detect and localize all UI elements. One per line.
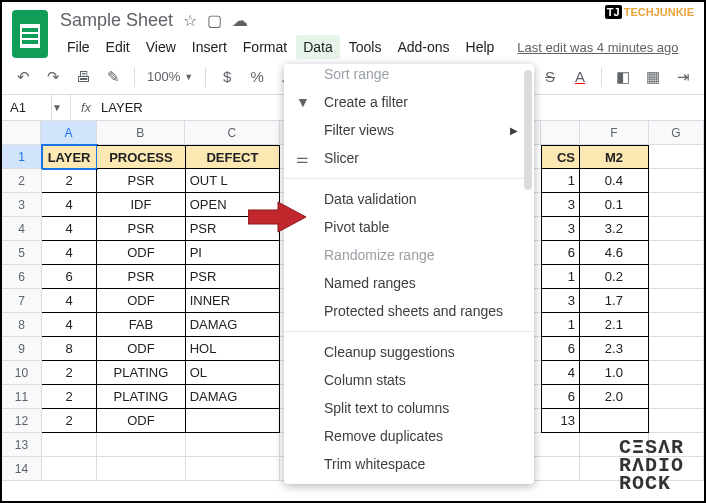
menu-item-slicer[interactable]: ⚌Slicer [284, 144, 534, 172]
cell[interactable] [649, 313, 704, 337]
cloud-saved-icon[interactable]: ☁ [232, 11, 248, 30]
cell[interactable]: DAMAG [186, 313, 280, 337]
cell[interactable]: M2 [580, 145, 649, 169]
cell[interactable] [649, 409, 704, 433]
cell[interactable] [649, 193, 704, 217]
cell[interactable]: 8 [42, 337, 97, 361]
cell[interactable]: 13 [541, 409, 580, 433]
row-header[interactable]: 11 [2, 385, 42, 409]
menu-item-trim-whitespace[interactable]: Trim whitespace [284, 450, 534, 478]
cell[interactable]: OL [186, 361, 280, 385]
menu-help[interactable]: Help [459, 35, 502, 59]
cell[interactable]: 2 [42, 169, 97, 193]
cell[interactable] [186, 457, 280, 481]
cell[interactable] [649, 169, 704, 193]
cell[interactable]: OUT L [186, 169, 280, 193]
currency-icon[interactable]: $ [214, 64, 240, 90]
move-icon[interactable]: ▢ [207, 11, 222, 30]
menu-item-pivot-table[interactable]: Pivot table [284, 213, 534, 241]
cell[interactable]: 6 [541, 337, 580, 361]
cell[interactable]: LAYER [42, 145, 97, 169]
cell[interactable] [541, 433, 580, 457]
menu-addons[interactable]: Add-ons [390, 35, 456, 59]
paint-format-icon[interactable]: ✎ [100, 64, 126, 90]
borders-icon[interactable]: ▦ [640, 64, 666, 90]
cell[interactable]: DEFECT [186, 145, 280, 169]
cell[interactable]: DAMAG [186, 385, 280, 409]
menu-item-data-validation[interactable]: Data validation [284, 185, 534, 213]
menu-item-create-a-filter[interactable]: ▼Create a filter [284, 88, 534, 116]
menu-item-named-ranges[interactable]: Named ranges [284, 269, 534, 297]
cell[interactable]: 0.1 [580, 193, 649, 217]
row-header[interactable]: 9 [2, 337, 42, 361]
cell[interactable] [186, 409, 280, 433]
last-edit-link[interactable]: Last edit was 4 minutes ago [517, 40, 678, 55]
menu-data[interactable]: Data [296, 35, 340, 59]
cell[interactable]: ODF [97, 409, 186, 433]
cell[interactable] [649, 217, 704, 241]
cell[interactable]: 6 [42, 265, 97, 289]
col-header-G[interactable]: G [649, 121, 704, 145]
cell[interactable]: 4 [541, 361, 580, 385]
cell[interactable]: PROCESS [97, 145, 186, 169]
cell[interactable] [97, 433, 186, 457]
cell[interactable]: PSR [97, 217, 186, 241]
menu-item-protected-sheets-and-ranges[interactable]: Protected sheets and ranges [284, 297, 534, 325]
col-header-B[interactable]: B [97, 121, 186, 145]
cell[interactable]: ODF [97, 337, 186, 361]
undo-icon[interactable]: ↶ [10, 64, 36, 90]
row-header[interactable]: 4 [2, 217, 42, 241]
cell[interactable]: 4 [42, 193, 97, 217]
cell[interactable]: FAB [97, 313, 186, 337]
cell[interactable]: PLATING [97, 385, 186, 409]
cell[interactable] [97, 457, 186, 481]
cell[interactable]: PSR [97, 265, 186, 289]
cell[interactable]: 1.7 [580, 289, 649, 313]
cell[interactable]: ODF [97, 289, 186, 313]
cell[interactable]: INNER [186, 289, 280, 313]
cell[interactable]: 1 [541, 169, 580, 193]
cell[interactable] [186, 433, 280, 457]
zoom-select[interactable]: 100%▼ [143, 69, 197, 84]
row-header[interactable]: 6 [2, 265, 42, 289]
menu-file[interactable]: File [60, 35, 97, 59]
row-header[interactable]: 5 [2, 241, 42, 265]
menu-format[interactable]: Format [236, 35, 294, 59]
menu-edit[interactable]: Edit [99, 35, 137, 59]
cell[interactable]: PI [186, 241, 280, 265]
cell[interactable]: PSR [186, 265, 280, 289]
row-header[interactable]: 10 [2, 361, 42, 385]
menu-item-cleanup-suggestions[interactable]: Cleanup suggestions [284, 338, 534, 366]
cell[interactable]: 0.4 [580, 169, 649, 193]
cell[interactable]: 2 [42, 385, 97, 409]
row-header[interactable]: 1 [2, 145, 42, 169]
star-icon[interactable]: ☆ [183, 11, 197, 30]
cell[interactable]: 1 [541, 265, 580, 289]
cell[interactable] [649, 265, 704, 289]
cell[interactable] [649, 145, 704, 169]
row-header[interactable]: 8 [2, 313, 42, 337]
text-color-icon[interactable]: A [567, 64, 593, 90]
cell[interactable]: 2.3 [580, 337, 649, 361]
cell[interactable]: ODF [97, 241, 186, 265]
cell[interactable]: 4 [42, 289, 97, 313]
row-header[interactable]: 3 [2, 193, 42, 217]
cell[interactable]: PLATING [97, 361, 186, 385]
menu-item-column-stats[interactable]: Column stats [284, 366, 534, 394]
sheets-logo-icon[interactable] [12, 10, 48, 58]
cell[interactable]: IDF [97, 193, 186, 217]
row-header[interactable]: 2 [2, 169, 42, 193]
document-title[interactable]: Sample Sheet [60, 10, 173, 31]
cell[interactable]: 6 [541, 385, 580, 409]
menu-tools[interactable]: Tools [342, 35, 389, 59]
cell[interactable] [541, 457, 580, 481]
select-all-corner[interactable] [2, 121, 41, 145]
cell[interactable] [42, 433, 97, 457]
cell[interactable] [42, 457, 97, 481]
cell[interactable]: 1 [541, 313, 580, 337]
cell[interactable] [649, 385, 704, 409]
fill-color-icon[interactable]: ◧ [610, 64, 636, 90]
cell[interactable] [649, 361, 704, 385]
cell[interactable]: 4 [42, 241, 97, 265]
cell[interactable] [649, 289, 704, 313]
